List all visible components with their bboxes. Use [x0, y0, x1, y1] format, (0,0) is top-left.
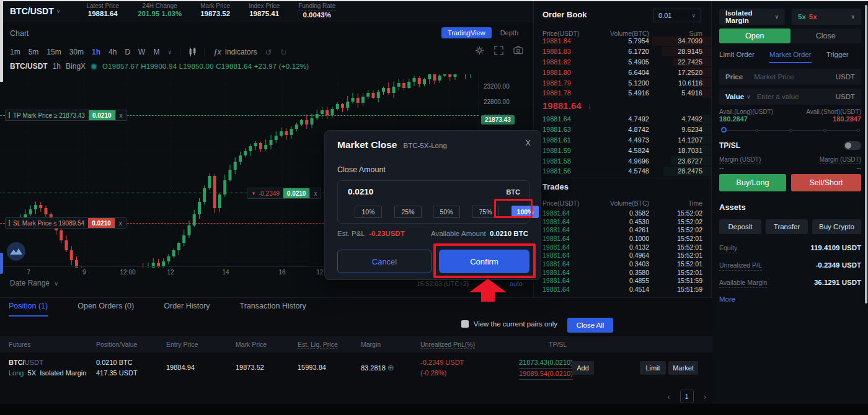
fullscreen-icon[interactable] [494, 46, 503, 58]
sl-close-icon[interactable]: x [115, 218, 126, 228]
position-row[interactable]: BTC/USDT Long 5X Isolated Margin 0.0210 … [0, 352, 712, 383]
date-range-selector[interactable]: Date Range ∨ [10, 279, 58, 287]
buy-long-button[interactable]: Buy/Long [719, 174, 786, 191]
camera-icon[interactable] [513, 46, 523, 58]
bid-row[interactable]: 19881.584.969623.6727 [534, 155, 711, 166]
timeframe-M[interactable]: M [153, 48, 159, 56]
prev-page-icon[interactable]: ‹ [667, 392, 670, 401]
drawing-toolbar-handle[interactable] [0, 253, 3, 274]
position-pnl-marker[interactable]: ▼ -0.2349 0.0210 x [247, 188, 321, 199]
timeframe-30m[interactable]: 30m [69, 48, 84, 56]
precision-dropdown[interactable]: 0.01 ∨ [653, 9, 701, 22]
timeframe-more-chevron[interactable]: ∨ [167, 49, 172, 55]
trade-row[interactable]: 19881.640.453015:52:02 [534, 217, 711, 226]
trade-row[interactable]: 19881.640.451415:51:59 [534, 285, 711, 294]
redo-icon[interactable]: ↻ [280, 48, 287, 57]
timeframe-5m[interactable]: 5m [29, 48, 39, 56]
percent-button-50[interactable]: 50% [433, 206, 460, 218]
bottom-tab-order-history[interactable]: Order History [164, 302, 210, 317]
visibility-dot-icon[interactable] [91, 63, 97, 70]
market-close-button[interactable]: Market [668, 361, 698, 375]
indicators-button[interactable]: ƒx Indicators [213, 48, 257, 56]
bid-row[interactable]: 19881.594.582418.7031 [534, 145, 711, 155]
timeframe-W[interactable]: W [138, 48, 145, 56]
trade-row[interactable]: 19881.640.358015:52:01 [534, 268, 711, 277]
tp-close-icon[interactable]: x [115, 110, 126, 120]
price-field[interactable]: Price Market Price USDT [719, 69, 861, 85]
percent-button-25[interactable]: 25% [394, 206, 422, 218]
close-amount-input[interactable]: 0.0210 [348, 187, 373, 196]
ask-row[interactable]: 19881.825.490522.7425 [534, 57, 711, 68]
view-tab-depth[interactable]: Depth [494, 27, 525, 38]
pairs-only-filter[interactable]: View the current pairs only [461, 320, 557, 328]
confirm-button[interactable]: Confirm [439, 250, 529, 273]
open-tab[interactable]: Open [719, 28, 790, 43]
tradingview-logo-icon[interactable] [6, 242, 26, 264]
trade-row[interactable]: 19881.640.496415:52:01 [534, 251, 711, 260]
slider-step[interactable] [755, 129, 758, 132]
tpsl-toggle[interactable] [844, 141, 861, 150]
trade-row[interactable]: 19881.640.413215:52:01 [534, 243, 711, 251]
pair-selector[interactable]: BTC/USDT [10, 6, 54, 16]
bid-row[interactable]: 19881.634.87429.6234 [534, 124, 711, 135]
slider-handle[interactable] [721, 127, 727, 133]
add-margin-icon[interactable]: ⊕ [388, 363, 394, 372]
timeframe-1h[interactable]: 1h [92, 48, 100, 56]
transfer-button[interactable]: Transfer [766, 219, 808, 234]
bottom-tab-open-orders-0-[interactable]: Open Orders (0) [78, 302, 134, 317]
trade-row[interactable]: 19881.640.340315:52:01 [534, 260, 711, 268]
deposit-button[interactable]: Deposit [719, 219, 761, 234]
percent-button-75[interactable]: 75% [472, 206, 499, 218]
undo-icon[interactable]: ↺ [265, 48, 272, 57]
bottom-tab-position-1-[interactable]: Position (1) [9, 302, 48, 317]
candle-style-icon[interactable] [188, 48, 197, 56]
last-price[interactable]: 19881.64 ↓ [542, 100, 591, 111]
modal-close-icon[interactable]: X [525, 138, 531, 147]
bid-row[interactable]: 19881.644.74924.7492 [534, 114, 711, 124]
tp-order-label[interactable]: TP Mark Price ≥ 21873.43 0.0210 x [5, 110, 127, 121]
value-field[interactable]: Value ∨ Enter a value USDT [719, 89, 861, 105]
percent-button-10[interactable]: 10% [355, 206, 382, 218]
order-tab-market-order[interactable]: Market Order [769, 51, 812, 63]
sell-short-button[interactable]: Sell/Short [791, 174, 861, 191]
order-tab-trigger[interactable]: Trigger [826, 51, 849, 63]
bottom-tab-transaction-history[interactable]: Transaction History [240, 302, 306, 317]
position-close-icon[interactable]: x [309, 188, 321, 198]
trade-row[interactable]: 19881.640.485515:51:59 [534, 277, 711, 286]
slider-step[interactable] [789, 129, 792, 132]
tp-value[interactable]: 21873.43(0.0210) [519, 357, 573, 369]
timeframe-D[interactable]: D [125, 48, 130, 56]
timeframe-4h[interactable]: 4h [108, 48, 117, 56]
ask-row[interactable]: 19881.795.120010.6116 [534, 77, 711, 88]
next-page-icon[interactable]: › [704, 392, 706, 401]
add-tpsl-button[interactable]: Add [572, 361, 594, 375]
timeframe-1m[interactable]: 1m [10, 48, 20, 56]
view-tab-tradingview[interactable]: TradingView [441, 27, 492, 38]
amount-slider[interactable] [721, 127, 860, 134]
bid-row[interactable]: 19881.614.497314.1207 [534, 135, 711, 146]
percent-button-100[interactable]: 100% [512, 206, 539, 218]
ask-row[interactable]: 19881.836.172028.9145 [534, 46, 711, 57]
trade-row[interactable]: 19881.640.426115:52:02 [534, 225, 711, 234]
close-tab[interactable]: Close [790, 28, 862, 43]
scrollbar[interactable] [865, 5, 867, 304]
ask-row[interactable]: 19881.845.795434.7099 [534, 36, 711, 46]
ask-row[interactable]: 19881.785.49165.4916 [534, 88, 711, 98]
ask-row[interactable]: 19881.806.640417.2520 [534, 67, 711, 77]
clock-readout[interactable]: 15:52:03 (UTC+2) [417, 280, 469, 287]
slider-step[interactable] [823, 129, 826, 132]
sl-order-label[interactable]: SL Mark Price ≤ 19089.54 0.0210 x [5, 217, 126, 229]
sl-value[interactable]: 19089.54(0.0210) [519, 369, 573, 380]
order-tab-limit-order[interactable]: Limit Order [719, 51, 755, 63]
close-all-button[interactable]: Close All [567, 318, 613, 333]
chevron-down-icon[interactable]: ∨ [746, 94, 751, 100]
slider-step[interactable] [857, 129, 860, 132]
trade-row[interactable]: 19881.640.100015:52:01 [534, 234, 711, 243]
auto-scale-toggle[interactable]: auto [510, 280, 522, 287]
limit-close-button[interactable]: Limit [640, 361, 666, 375]
margin-mode-dropdown[interactable]: Isolated Margin∨ [719, 9, 785, 25]
current-page[interactable]: 1 [680, 390, 694, 403]
buy-crypto-button[interactable]: Buy Crypto [812, 219, 861, 234]
timeframe-15m[interactable]: 15m [46, 48, 61, 56]
more-link[interactable]: More [719, 295, 735, 303]
